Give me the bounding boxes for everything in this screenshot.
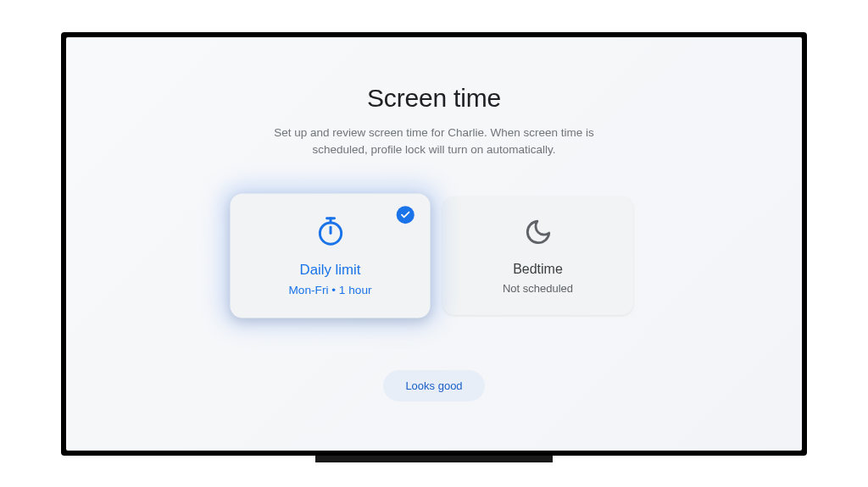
tv-stand: [315, 456, 553, 462]
bedtime-subtitle: Not scheduled: [503, 282, 573, 295]
page-description: Set up and review screen time for Charli…: [248, 125, 620, 159]
daily-limit-card[interactable]: Daily limit Mon-Fri • 1 hour: [230, 194, 430, 318]
screen-content: Screen time Set up and review screen tim…: [66, 37, 802, 451]
moon-icon: [524, 218, 553, 250]
daily-limit-subtitle: Mon-Fri • 1 hour: [288, 283, 371, 296]
bedtime-card[interactable]: Bedtime Not scheduled: [442, 196, 633, 315]
daily-limit-title: Daily limit: [300, 262, 361, 278]
looks-good-button[interactable]: Looks good: [383, 370, 484, 401]
bedtime-title: Bedtime: [513, 262, 563, 277]
stopwatch-icon: [315, 215, 346, 249]
check-badge-icon: [397, 206, 415, 224]
page-title: Screen time: [367, 84, 501, 113]
option-cards-row: Daily limit Mon-Fri • 1 hour Bedtime Not…: [235, 196, 633, 315]
tv-frame: Screen time Set up and review screen tim…: [61, 32, 807, 456]
